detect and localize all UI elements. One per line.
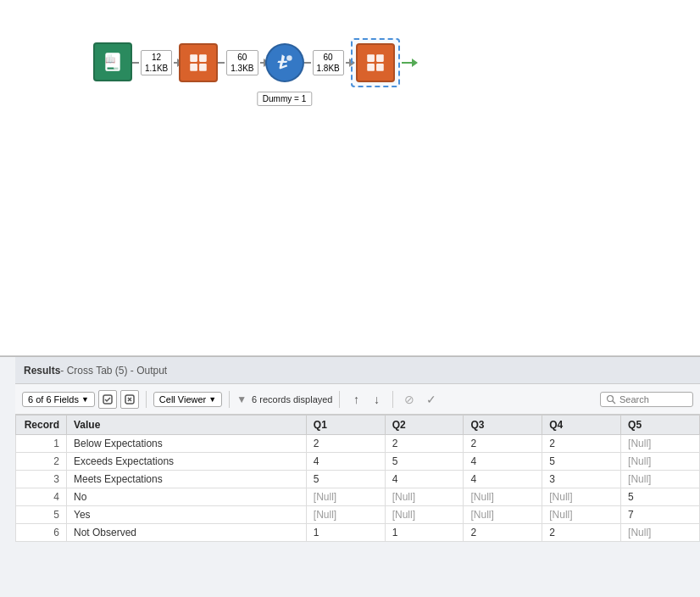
select-all-button[interactable]	[98, 390, 117, 409]
cell-q5: 7	[621, 506, 700, 524]
cell-q5: [Null]	[621, 471, 700, 488]
cell-value: Not Observed	[67, 524, 307, 542]
results-title: Results	[24, 365, 60, 377]
sort-buttons: ↑ ↓	[347, 390, 386, 409]
node-input[interactable]: 📖	[93, 42, 132, 83]
cell-record: 5	[16, 506, 67, 524]
svg-rect-10	[367, 64, 375, 71]
sort-asc-button[interactable]: ↑	[347, 390, 365, 409]
cell-viewer-button[interactable]: Cell Viewer ▼	[153, 392, 222, 407]
count-box-1: 12 1.1KB	[141, 50, 172, 75]
count-1-num: 12	[145, 52, 168, 63]
deselect-button[interactable]	[120, 390, 139, 409]
col-header-q1: Q1	[306, 416, 385, 435]
cell-record: 4	[16, 488, 67, 506]
cell-q2: [Null]	[385, 488, 464, 506]
cell-q4: 2	[542, 524, 621, 542]
table-row: 2Exceeds Expectations4545[Null]	[16, 453, 700, 471]
col-header-q4: Q4	[542, 416, 621, 435]
check-icon	[103, 394, 113, 405]
fields-dropdown[interactable]: 6 of 6 Fields ▼	[22, 392, 95, 407]
cell-q3: 2	[464, 524, 542, 542]
toolbar-sep-1	[146, 391, 147, 408]
cell-q1: 4	[306, 453, 385, 471]
cell-viewer-label: Cell Viewer	[159, 394, 206, 405]
search-box[interactable]	[600, 392, 693, 407]
cell-q1: 1	[306, 524, 385, 542]
toolbar-sep-3	[339, 391, 340, 408]
connector-2: 60 1.3KB	[218, 50, 264, 75]
cancel-sort-button[interactable]: ⊘	[400, 390, 419, 409]
col-header-q5: Q5	[621, 416, 700, 435]
node-formula[interactable]: Dummy = 1	[265, 43, 304, 82]
table-row: 3Meets Expectations5443[Null]	[16, 471, 700, 488]
records-count: 6 records displayed	[252, 394, 332, 405]
cell-q4: [Null]	[542, 506, 621, 524]
col-header-record: Record	[16, 416, 67, 435]
count-2-size: 1.3KB	[231, 63, 253, 74]
count-2-num: 60	[231, 52, 253, 63]
x-icon	[125, 394, 135, 405]
col-header-q3: Q3	[464, 416, 542, 435]
cell-q5: [Null]	[621, 435, 700, 453]
count-box-3: 60 1.8KB	[313, 50, 344, 75]
cell-q5: [Null]	[621, 524, 700, 542]
cell-q3: [Null]	[464, 506, 542, 524]
search-icon	[606, 394, 616, 405]
results-subtitle: - Cross Tab (5) - Output	[60, 365, 167, 377]
svg-rect-6	[199, 64, 207, 71]
confirm-sort-button[interactable]: ✓	[422, 390, 441, 409]
cell-record: 3	[16, 471, 67, 488]
results-header: Results - Cross Tab (5) - Output	[15, 357, 700, 384]
count-1-size: 1.1KB	[145, 63, 168, 74]
table-row: 4No[Null][Null][Null][Null]5	[16, 488, 700, 506]
cell-q4: 5	[542, 453, 621, 471]
results-table-wrapper: Record Value Q1 Q2 Q3 Q4 Q5 1Below Expec…	[15, 415, 700, 597]
search-input[interactable]	[619, 394, 687, 405]
col-header-q2: Q2	[385, 416, 464, 435]
cell-value: No	[67, 488, 307, 506]
cell-q4: [Null]	[542, 488, 621, 506]
cell-q1: 5	[306, 471, 385, 488]
svg-point-7	[286, 55, 292, 61]
sort-desc-button[interactable]: ↓	[367, 390, 386, 409]
results-toolbar: 6 of 6 Fields ▼ Cell Viewer ▼ ▼ 6 record…	[15, 384, 700, 415]
cell-value: Yes	[67, 506, 307, 524]
cell-q2: 5	[385, 453, 464, 471]
table-row: 5Yes[Null][Null][Null][Null]7	[16, 506, 700, 524]
node-crosstab2[interactable]	[351, 38, 400, 87]
toolbar-left: 6 of 6 Fields ▼ Cell Viewer ▼ ▼ 6 record…	[22, 390, 441, 409]
node-formula-icon	[265, 43, 304, 82]
svg-rect-4	[199, 54, 207, 62]
count-3-num: 60	[317, 52, 340, 63]
cell-q3: [Null]	[464, 488, 542, 506]
toolbar-right	[600, 392, 693, 407]
fields-chevron-icon: ▼	[81, 395, 89, 404]
fields-label: 6 of 6 Fields	[28, 394, 79, 405]
svg-rect-9	[376, 54, 384, 62]
table-row: 6Not Observed1122[Null]	[16, 524, 700, 542]
cell-value: Below Expectations	[67, 435, 307, 453]
svg-point-14	[608, 395, 614, 401]
node-crosstab1-icon	[179, 43, 218, 82]
workflow-canvas: 📖 12 1.1KB	[0, 0, 700, 356]
cell-q1: [Null]	[306, 506, 385, 524]
svg-rect-5	[191, 64, 198, 71]
connector-3: 60 1.8KB	[304, 50, 351, 75]
cell-record: 6	[16, 524, 67, 542]
table-body: 1Below Expectations2222[Null]2Exceeds Ex…	[16, 435, 700, 542]
cell-record: 2	[16, 453, 67, 471]
cell-q3: 4	[464, 453, 542, 471]
cell-q2: [Null]	[385, 506, 464, 524]
cell-value: Meets Expectations	[67, 471, 307, 488]
cell-q5: [Null]	[621, 453, 700, 471]
table-header-row: Record Value Q1 Q2 Q3 Q4 Q5	[16, 416, 700, 435]
node-crosstab1[interactable]	[179, 43, 218, 82]
cell-q4: 3	[542, 471, 621, 488]
svg-rect-8	[367, 54, 375, 62]
results-table: Record Value Q1 Q2 Q3 Q4 Q5 1Below Expec…	[15, 415, 700, 542]
table-row: 1Below Expectations2222[Null]	[16, 435, 700, 453]
cell-q4: 2	[542, 435, 621, 453]
workflow-nodes: 📖 12 1.1KB	[93, 38, 400, 87]
node-input-icon: 📖	[93, 42, 132, 81]
